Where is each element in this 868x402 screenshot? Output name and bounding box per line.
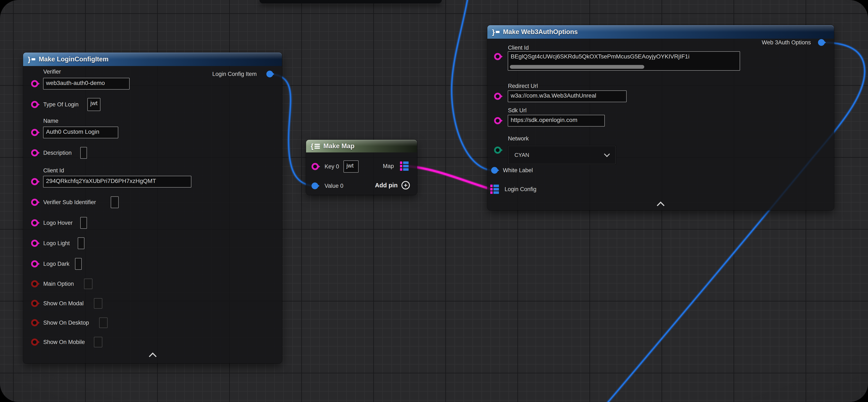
wire-top-to-whitelabel[interactable] [452,0,492,170]
show-on-desktop-checkbox[interactable] [99,317,107,328]
make-struct-icon: } [28,55,35,63]
pin-show-on-modal[interactable] [31,300,38,307]
node-make-web3authoptions[interactable]: } Make Web3AuthOptions Web 3Auth Options… [487,25,834,210]
pin-label-description: Description [43,149,72,156]
pin-verifier-sub-identifier[interactable] [31,199,38,206]
pin-logo-hover[interactable] [31,219,38,226]
node-header[interactable]: { Make Map [306,140,417,152]
pin-description[interactable] [31,149,38,156]
pin-label-login-config: Login Config [504,185,536,193]
collapse-chevron-icon[interactable] [149,352,157,361]
pin-label-show-on-mobile: Show On Mobile [43,339,85,346]
node-title: Make Web3AuthOptions [503,28,578,36]
verifier-input[interactable]: web3auth-auth0-demo [43,78,130,90]
pin-label-map: Map [383,163,394,170]
pin-client-id[interactable] [494,53,501,60]
pin-sdk-url[interactable] [494,117,501,124]
make-map-icon: { [311,142,320,150]
network-dropdown[interactable]: CYAN [508,145,616,165]
pin-label-logo-dark: Logo Dark [43,260,69,267]
node-make-map[interactable]: { Make Map Key 0 jwt Map Value 0 Add pin… [306,140,417,195]
pin-type-of-login[interactable] [31,101,38,108]
pin-main-option[interactable] [31,280,38,287]
show-on-modal-checkbox[interactable] [94,298,102,309]
description-input[interactable] [80,147,87,159]
make-struct-icon: } [492,28,500,36]
pin-label-redirect-url: Redirect Url [508,82,538,90]
pin-label-white-label: White Label [503,167,533,174]
pin-label-logo-hover: Logo Hover [43,219,73,226]
redirect-url-input[interactable]: w3a://com.w3a.Web3AuthUnreal [508,90,627,102]
pin-white-label[interactable] [491,167,498,174]
pin-logo-light[interactable] [31,240,38,247]
node-title: Make LoginConfigItem [39,56,108,63]
map-pin-icon[interactable] [400,162,409,171]
logo-light-input[interactable] [78,237,85,249]
pin-label-show-on-desktop: Show On Desktop [43,319,89,326]
add-pin-label: Add pin [375,182,398,189]
offscreen-node-bottom[interactable] [259,0,442,3]
pin-key0[interactable] [312,163,319,170]
type-of-login-input[interactable]: jwt [87,98,100,111]
pin-show-on-desktop[interactable] [31,319,38,326]
verifier-sub-identifier-input[interactable] [111,196,119,208]
node-title: Make Map [323,142,354,150]
pin-label-client-id: Client Id [508,44,529,51]
pin-label-verifier: Verifier [43,68,61,75]
pin-name[interactable] [31,129,38,136]
pin-label-main-option: Main Option [43,280,74,287]
pin-label-verifier-sub-identifier: Verifier Sub Identifier [43,199,96,206]
login-config-map-pin-icon[interactable] [490,184,499,194]
dropdown-chevron-icon [604,151,610,157]
pin-label-logo-light: Logo Light [43,240,70,247]
pin-label-web3auth-options: Web 3Auth Options [762,39,811,46]
network-value: CYAN [515,152,529,158]
pin-label-client-id: Client Id [43,167,64,174]
show-on-mobile-checkbox[interactable] [94,337,102,347]
pin-out-login-config-item[interactable] [267,70,273,77]
node-header[interactable]: } Make LoginConfigItem [23,53,282,66]
add-pin-button[interactable]: Add pin + [375,181,410,190]
client-id-value: BEglQSgt4cUWcj6SKRdu5QkOXTsePmMcusG5EAoy… [511,53,689,60]
collapse-chevron-icon[interactable] [657,202,665,209]
pin-redirect-url[interactable] [494,93,501,100]
pin-label-type-of-login: Type Of Login [43,101,79,108]
pin-value0[interactable] [312,182,318,189]
sdk-url-input[interactable]: https://sdk.openlogin.com [508,115,605,126]
pin-label-value0: Value 0 [324,182,343,190]
pin-client-id[interactable] [31,178,38,185]
pin-label-sdk-url: Sdk Url [508,107,527,114]
pin-logo-dark[interactable] [31,260,38,267]
key0-input[interactable]: jwt [343,161,359,173]
pin-label-name: Name [43,117,58,124]
logo-hover-input[interactable] [80,217,87,229]
pin-label-show-on-modal: Show On Modal [43,300,84,307]
node-make-loginconfigitem[interactable]: } Make LoginConfigItem Login Config Item… [23,53,282,363]
add-pin-icon: + [401,181,410,190]
pin-show-on-mobile[interactable] [31,339,38,346]
node-header[interactable]: } Make Web3AuthOptions [487,25,834,39]
pin-label-network: Network [508,135,529,142]
name-input[interactable]: Auth0 Custom Login [43,126,118,138]
main-option-checkbox[interactable] [84,279,92,289]
blueprint-canvas[interactable]: } Make LoginConfigItem Login Config Item… [0,0,868,402]
client-id-scrollbar[interactable] [510,65,644,69]
client-id-input[interactable]: BEglQSgt4cUWcj6SKRdu5QkOXTsePmMcusG5EAoy… [508,51,740,70]
wire-top-to-whitelabel-core[interactable] [452,0,492,170]
pin-verifier[interactable] [31,80,38,87]
pin-label-login-config-item: Login Config Item [212,70,257,78]
logo-dark-input[interactable] [75,258,82,270]
pin-out-web3auth-options[interactable] [818,39,825,46]
client-id-input[interactable]: 294QRkchfq2YaXUbPri7D6PH7xzHgQMT [43,176,191,188]
pin-network[interactable] [494,147,501,154]
pin-label-key0: Key 0 [324,163,339,170]
